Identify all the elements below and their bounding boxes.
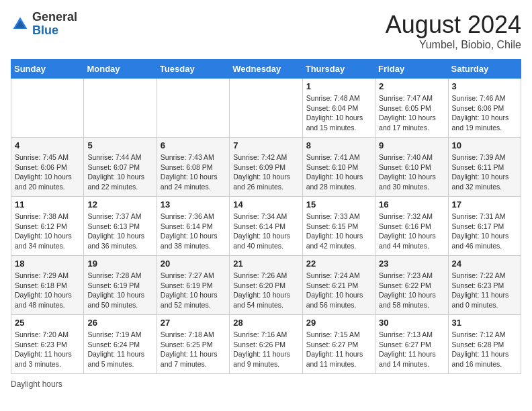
day-info: Sunrise: 7:36 AM Sunset: 6:14 PM Dayligh… [161, 212, 226, 251]
day-number: 17 [452, 199, 517, 210]
day-number: 30 [379, 318, 444, 328]
day-info: Sunrise: 7:28 AM Sunset: 6:19 PM Dayligh… [87, 271, 152, 310]
calendar-day-cell [230, 79, 302, 138]
day-number: 12 [87, 199, 152, 210]
calendar-day-cell [11, 79, 84, 138]
day-info: Sunrise: 7:37 AM Sunset: 6:13 PM Dayligh… [87, 212, 152, 251]
day-info: Sunrise: 7:33 AM Sunset: 6:15 PM Dayligh… [306, 212, 371, 251]
day-info: Sunrise: 7:23 AM Sunset: 6:22 PM Dayligh… [379, 271, 444, 310]
day-info: Sunrise: 7:19 AM Sunset: 6:24 PM Dayligh… [87, 330, 152, 369]
day-number: 15 [306, 199, 371, 210]
calendar-table: SundayMondayTuesdayWednesdayThursdayFrid… [11, 59, 521, 374]
day-info: Sunrise: 7:31 AM Sunset: 6:17 PM Dayligh… [452, 212, 517, 251]
logo-icon [11, 15, 30, 34]
day-number: 11 [15, 199, 80, 210]
calendar-week-row: 11Sunrise: 7:38 AM Sunset: 6:12 PM Dayli… [11, 197, 521, 256]
calendar-day-cell: 3Sunrise: 7:46 AM Sunset: 6:06 PM Daylig… [448, 79, 521, 138]
calendar-week-row: 25Sunrise: 7:20 AM Sunset: 6:23 PM Dayli… [11, 315, 521, 374]
calendar-day-cell: 13Sunrise: 7:36 AM Sunset: 6:14 PM Dayli… [157, 197, 229, 256]
calendar-day-cell: 31Sunrise: 7:12 AM Sunset: 6:28 PM Dayli… [448, 315, 521, 374]
calendar-day-cell: 22Sunrise: 7:24 AM Sunset: 6:21 PM Dayli… [302, 256, 375, 315]
day-info: Sunrise: 7:45 AM Sunset: 6:06 PM Dayligh… [15, 152, 80, 192]
calendar-day-cell: 19Sunrise: 7:28 AM Sunset: 6:19 PM Dayli… [84, 256, 157, 315]
calendar-day-cell: 1Sunrise: 7:48 AM Sunset: 6:04 PM Daylig… [302, 79, 375, 138]
calendar-day-cell: 4Sunrise: 7:45 AM Sunset: 6:06 PM Daylig… [11, 138, 84, 197]
day-info: Sunrise: 7:41 AM Sunset: 6:10 PM Dayligh… [306, 152, 371, 192]
day-of-week-header: Sunday [11, 60, 84, 79]
day-number: 8 [306, 140, 371, 150]
calendar-day-cell: 25Sunrise: 7:20 AM Sunset: 6:23 PM Dayli… [11, 315, 84, 374]
calendar-day-cell: 28Sunrise: 7:16 AM Sunset: 6:26 PM Dayli… [230, 315, 302, 374]
calendar-day-cell: 20Sunrise: 7:27 AM Sunset: 6:19 PM Dayli… [157, 256, 229, 315]
day-number: 4 [15, 140, 80, 150]
page-header: General Blue August 2024 Yumbel, Biobio,… [11, 11, 521, 51]
calendar-day-cell: 8Sunrise: 7:41 AM Sunset: 6:10 PM Daylig… [302, 138, 375, 197]
day-number: 5 [87, 140, 152, 150]
calendar-week-row: 18Sunrise: 7:29 AM Sunset: 6:18 PM Dayli… [11, 256, 521, 315]
day-info: Sunrise: 7:43 AM Sunset: 6:08 PM Dayligh… [161, 152, 226, 192]
calendar-day-cell: 30Sunrise: 7:13 AM Sunset: 6:27 PM Dayli… [375, 315, 448, 374]
day-number: 19 [87, 259, 152, 269]
day-number: 7 [233, 140, 298, 150]
logo-general: General [32, 10, 77, 24]
day-number: 24 [452, 259, 517, 269]
day-info: Sunrise: 7:46 AM Sunset: 6:06 PM Dayligh… [452, 93, 517, 133]
day-number: 13 [161, 199, 226, 210]
day-info: Sunrise: 7:18 AM Sunset: 6:25 PM Dayligh… [161, 330, 226, 369]
day-info: Sunrise: 7:48 AM Sunset: 6:04 PM Dayligh… [306, 93, 371, 133]
calendar-day-cell: 11Sunrise: 7:38 AM Sunset: 6:12 PM Dayli… [11, 197, 84, 256]
day-number: 3 [452, 81, 517, 91]
calendar-day-cell: 5Sunrise: 7:44 AM Sunset: 6:07 PM Daylig… [84, 138, 157, 197]
calendar-footer: Daylight hours [11, 379, 521, 389]
day-number: 14 [233, 199, 298, 210]
day-info: Sunrise: 7:27 AM Sunset: 6:19 PM Dayligh… [161, 271, 226, 310]
day-info: Sunrise: 7:15 AM Sunset: 6:27 PM Dayligh… [306, 330, 371, 369]
calendar-day-cell: 23Sunrise: 7:23 AM Sunset: 6:22 PM Dayli… [375, 256, 448, 315]
day-info: Sunrise: 7:39 AM Sunset: 6:11 PM Dayligh… [452, 152, 517, 192]
calendar-day-cell: 26Sunrise: 7:19 AM Sunset: 6:24 PM Dayli… [84, 315, 157, 374]
calendar-day-cell: 15Sunrise: 7:33 AM Sunset: 6:15 PM Dayli… [302, 197, 375, 256]
day-of-week-header: Wednesday [230, 60, 302, 79]
calendar-day-cell [84, 79, 157, 138]
day-of-week-header: Saturday [448, 60, 521, 79]
day-info: Sunrise: 7:24 AM Sunset: 6:21 PM Dayligh… [306, 271, 371, 310]
day-info: Sunrise: 7:16 AM Sunset: 6:26 PM Dayligh… [233, 330, 298, 369]
header-row: SundayMondayTuesdayWednesdayThursdayFrid… [11, 60, 521, 79]
day-number: 9 [379, 140, 444, 150]
day-info: Sunrise: 7:42 AM Sunset: 6:09 PM Dayligh… [233, 152, 298, 192]
calendar-week-row: 4Sunrise: 7:45 AM Sunset: 6:06 PM Daylig… [11, 138, 521, 197]
day-number: 23 [379, 259, 444, 269]
location: Yumbel, Biobio, Chile [386, 39, 521, 51]
day-number: 28 [233, 318, 298, 328]
calendar-body: 1Sunrise: 7:48 AM Sunset: 6:04 PM Daylig… [11, 79, 521, 374]
day-info: Sunrise: 7:22 AM Sunset: 6:23 PM Dayligh… [452, 271, 517, 310]
day-info: Sunrise: 7:34 AM Sunset: 6:14 PM Dayligh… [233, 212, 298, 251]
daylight-label: Daylight hours [11, 379, 62, 389]
calendar-day-cell: 29Sunrise: 7:15 AM Sunset: 6:27 PM Dayli… [302, 315, 375, 374]
calendar-day-cell: 17Sunrise: 7:31 AM Sunset: 6:17 PM Dayli… [448, 197, 521, 256]
logo-text: General Blue [32, 11, 77, 38]
day-number: 22 [306, 259, 371, 269]
day-number: 20 [161, 259, 226, 269]
month-year: August 2024 [386, 11, 521, 39]
calendar-day-cell: 16Sunrise: 7:32 AM Sunset: 6:16 PM Dayli… [375, 197, 448, 256]
day-number: 6 [161, 140, 226, 150]
calendar-day-cell: 12Sunrise: 7:37 AM Sunset: 6:13 PM Dayli… [84, 197, 157, 256]
day-info: Sunrise: 7:47 AM Sunset: 6:05 PM Dayligh… [379, 93, 444, 133]
calendar-day-cell [157, 79, 229, 138]
calendar-day-cell: 14Sunrise: 7:34 AM Sunset: 6:14 PM Dayli… [230, 197, 302, 256]
day-info: Sunrise: 7:40 AM Sunset: 6:10 PM Dayligh… [379, 152, 444, 192]
calendar-day-cell: 9Sunrise: 7:40 AM Sunset: 6:10 PM Daylig… [375, 138, 448, 197]
day-number: 29 [306, 318, 371, 328]
day-info: Sunrise: 7:32 AM Sunset: 6:16 PM Dayligh… [379, 212, 444, 251]
day-info: Sunrise: 7:20 AM Sunset: 6:23 PM Dayligh… [15, 330, 80, 369]
day-number: 2 [379, 81, 444, 91]
calendar-day-cell: 2Sunrise: 7:47 AM Sunset: 6:05 PM Daylig… [375, 79, 448, 138]
calendar-day-cell: 24Sunrise: 7:22 AM Sunset: 6:23 PM Dayli… [448, 256, 521, 315]
day-number: 10 [452, 140, 517, 150]
calendar-day-cell: 21Sunrise: 7:26 AM Sunset: 6:20 PM Dayli… [230, 256, 302, 315]
calendar-week-row: 1Sunrise: 7:48 AM Sunset: 6:04 PM Daylig… [11, 79, 521, 138]
calendar-day-cell: 7Sunrise: 7:42 AM Sunset: 6:09 PM Daylig… [230, 138, 302, 197]
calendar-day-cell: 18Sunrise: 7:29 AM Sunset: 6:18 PM Dayli… [11, 256, 84, 315]
day-number: 18 [15, 259, 80, 269]
